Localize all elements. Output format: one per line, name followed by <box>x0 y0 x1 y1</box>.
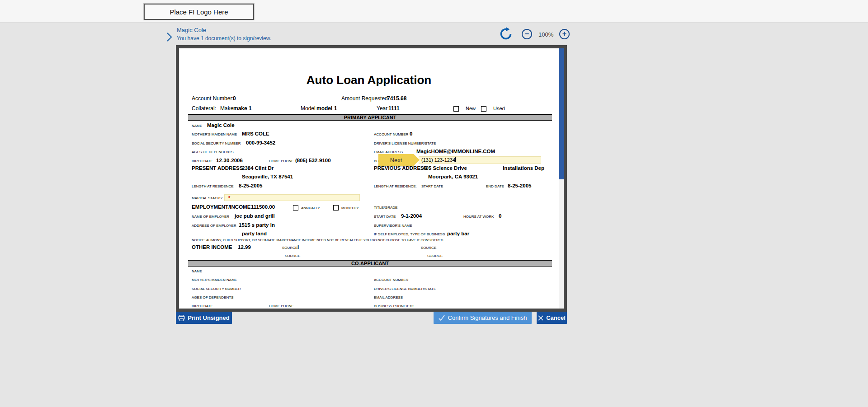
length-residence-value: 8-25-2005 <box>239 183 262 188</box>
monthly-label: MONTHLY <box>341 206 359 210</box>
collateral-label: Collateral: <box>192 105 216 112</box>
account-number-value: 0 <box>233 95 236 102</box>
marital-status-label: MARITAL STATUS: <box>192 196 223 200</box>
birth-date-label: BIRTH DATE <box>192 159 213 163</box>
screen: Place FI Logo Here Magic Cole You have 1… <box>0 0 868 407</box>
maiden-name-value: MRS COLE <box>242 131 269 136</box>
residence-end-date-label: END DATE <box>486 184 504 188</box>
present-address-value: 2384 Clint Dr <box>242 165 274 171</box>
user-name: Magic Cole <box>177 27 206 33</box>
primary-applicant-section-header: PRIMARY APPLICANT <box>188 114 552 121</box>
co-home-phone-label: HOME PHONE <box>269 304 294 308</box>
previous-address-extra: Installations Dep <box>503 165 544 171</box>
chevron-right-icon[interactable] <box>165 32 173 42</box>
residence-start-date-label: START DATE <box>421 184 443 188</box>
co-applicant-section-header: CO-APPLICANT <box>188 260 552 267</box>
self-employed-value: party bar <box>447 231 469 236</box>
form-title: Auto Loan Application <box>179 73 559 87</box>
source-value[interactable]: I <box>297 244 299 250</box>
cancel-button[interactable]: Cancel <box>537 312 567 324</box>
employment-income-value: 111500.00 <box>251 204 275 210</box>
drivers-license-label: DRIVER'S LICENSE NUMBER/STATE <box>374 141 436 145</box>
account-number-label: Account Number: <box>192 95 234 102</box>
checkmark-icon <box>439 315 445 321</box>
name-label: NAME <box>192 124 202 128</box>
employer-name-label: NAME OF EMPLOYER <box>192 215 229 219</box>
next-flag-button[interactable]: Next <box>378 154 414 166</box>
employer-address-label: ADDRESS OF EMPLOYER <box>192 224 236 228</box>
top-bar: Place FI Logo Here <box>0 0 868 23</box>
co-drivers-license-label: DRIVER'S LICENSE NUMBER/STATE <box>374 287 436 291</box>
residence-end-date-value: 8-25-2005 <box>508 183 531 188</box>
document-page: Auto Loan Application Account Number: 0 … <box>179 48 559 309</box>
business-phone-input[interactable]: (131) 123-1234 <box>419 156 541 164</box>
co-birth-date-label: BIRTH DATE <box>192 304 213 308</box>
text-cursor <box>455 157 456 162</box>
plus-icon: + <box>562 30 566 37</box>
previous-address-label: PREVIOUS ADDRESS <box>374 165 427 171</box>
scrollbar-thumb[interactable] <box>559 48 564 179</box>
co-ssn-label: SOCIAL SECURITY NUMBER <box>192 287 241 291</box>
account-number-right-value: 0 <box>410 131 412 136</box>
fi-logo-placeholder: Place FI Logo Here <box>144 4 254 20</box>
title-grade-label: TITLE/GRADE <box>374 206 397 210</box>
business-phone-value: (131) 123-1234 <box>421 157 455 163</box>
co-maiden-name-label: MOTHER'S MAIDEN NAME <box>192 278 237 282</box>
co-email-label: EMAIL ADDRESS <box>374 295 403 299</box>
document-viewer: Auto Loan Application Account Number: 0 … <box>176 45 567 312</box>
annually-checkbox[interactable] <box>293 205 298 211</box>
ssn-value: 000-99-3452 <box>246 140 275 145</box>
next-flag-label: Next <box>390 157 402 164</box>
self-employed-label: IF SELF EMPLOYED, TYPE OF BUSINESS <box>374 232 445 236</box>
employer-address-city: party land <box>242 231 267 236</box>
previous-address-city: Moorpark, CA 93021 <box>428 174 478 179</box>
zoom-in-button[interactable]: + <box>559 29 570 39</box>
print-unsigned-button[interactable]: Print Unsigned <box>176 312 232 324</box>
cancel-label: Cancel <box>546 314 566 321</box>
amount-requested-label: Amount Requested <box>341 95 388 102</box>
monthly-checkbox[interactable] <box>333 205 339 211</box>
refresh-icon[interactable] <box>499 27 513 41</box>
email-label: EMAIL ADDRESS <box>374 150 403 154</box>
fi-logo-text: Place FI Logo Here <box>170 8 228 16</box>
printer-icon <box>178 315 185 321</box>
hours-at-work-label: HOURS AT WORK <box>463 215 494 219</box>
new-checkbox[interactable] <box>453 106 459 112</box>
confirm-signatures-button[interactable]: Confirm Signatures and Finish <box>434 312 532 324</box>
dependents-label: AGES OF DEPENDENTS <box>192 150 233 154</box>
employment-start-date-label: START DATE <box>374 215 396 219</box>
present-address-label: PRESENT ADDRESS <box>192 165 243 171</box>
used-checkbox[interactable] <box>481 106 486 112</box>
previous-address-value: 405 Science Drive <box>423 165 467 171</box>
source-right-label-1: SOURCE <box>421 246 436 250</box>
model-label: Model <box>301 105 316 112</box>
co-business-phone-label: BUSINESS PHONE/EXT <box>374 304 414 308</box>
required-asterisk: * <box>228 195 230 201</box>
marital-status-field[interactable]: * <box>224 194 360 201</box>
confirm-signatures-label: Confirm Signatures and Finish <box>448 314 527 321</box>
used-label: Used <box>493 106 505 111</box>
make-value: make 1 <box>233 105 252 112</box>
employer-name-value: joe pub and grill <box>235 213 275 219</box>
ssn-label: SOCIAL SECURITY NUMBER <box>192 141 241 145</box>
home-phone-label: HOME PHONE <box>269 159 294 163</box>
source-right-label-2: SOURCE <box>427 254 443 258</box>
print-unsigned-label: Print Unsigned <box>188 314 229 321</box>
length-residence-right-label: LENGTH AT RESIDENCE: <box>374 184 417 188</box>
amount-requested-value: 7415.68 <box>387 95 406 102</box>
document-scrollbar[interactable] <box>559 48 564 309</box>
alimony-notice: NOTICE: ALIMONY, CHILD SUPPORT, OR SEPAR… <box>192 238 444 242</box>
zoom-out-button[interactable]: − <box>522 29 532 39</box>
close-icon <box>538 315 543 321</box>
maiden-name-label: MOTHER'S MAIDEN NAME <box>192 132 237 136</box>
other-income-value: 12.99 <box>238 244 251 250</box>
source-label-1: SOURCE <box>282 246 297 250</box>
year-label: Year <box>377 105 387 112</box>
account-number-right-label: ACCOUNT NUMBER <box>374 132 408 136</box>
annually-label: ANNUALLY <box>301 206 320 210</box>
co-dependents-label: AGES OF DEPENDENTS <box>192 295 233 299</box>
name-value: Magic Cole <box>207 122 235 128</box>
employment-income-label: EMPLOYMENT/INCOME <box>192 204 250 210</box>
present-address-city: Seagoville, TX 87541 <box>242 174 293 179</box>
primary-applicant-title: PRIMARY APPLICANT <box>344 115 396 120</box>
